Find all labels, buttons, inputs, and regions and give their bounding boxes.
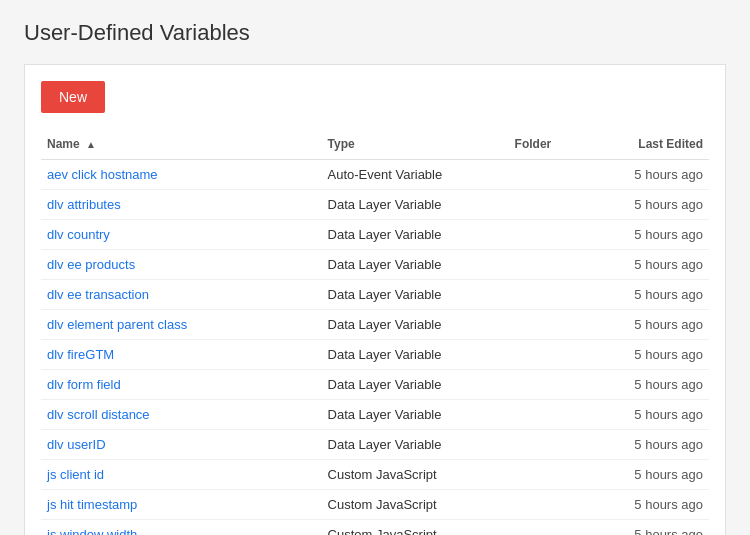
row-type-cell: Custom JavaScript [322, 460, 509, 490]
row-type-cell: Data Layer Variable [322, 280, 509, 310]
row-name-cell: dlv form field [41, 370, 322, 400]
variable-link[interactable]: dlv ee products [47, 257, 135, 272]
variable-link[interactable]: dlv ee transaction [47, 287, 149, 302]
row-name-cell: aev click hostname [41, 160, 322, 190]
row-name-cell: dlv country [41, 220, 322, 250]
table-row: dlv ee transactionData Layer Variable5 h… [41, 280, 709, 310]
table-body: aev click hostnameAuto-Event Variable5 h… [41, 160, 709, 536]
variable-link[interactable]: dlv userID [47, 437, 106, 452]
variable-link[interactable]: aev click hostname [47, 167, 158, 182]
row-type-cell: Data Layer Variable [322, 370, 509, 400]
table-row: dlv element parent classData Layer Varia… [41, 310, 709, 340]
row-folder-cell [509, 490, 616, 520]
row-type-cell: Data Layer Variable [322, 400, 509, 430]
row-type-cell: Data Layer Variable [322, 430, 509, 460]
variable-link[interactable]: dlv fireGTM [47, 347, 114, 362]
row-folder-cell [509, 340, 616, 370]
row-folder-cell [509, 280, 616, 310]
row-folder-cell [509, 190, 616, 220]
row-type-cell: Auto-Event Variable [322, 160, 509, 190]
new-button[interactable]: New [41, 81, 105, 113]
row-name-cell: dlv userID [41, 430, 322, 460]
row-last-edited-cell: 5 hours ago [615, 310, 709, 340]
row-name-cell: dlv ee transaction [41, 280, 322, 310]
table-row: js window widthCustom JavaScript5 hours … [41, 520, 709, 536]
row-type-cell: Data Layer Variable [322, 310, 509, 340]
row-last-edited-cell: 5 hours ago [615, 190, 709, 220]
row-last-edited-cell: 5 hours ago [615, 490, 709, 520]
table-row: dlv fireGTMData Layer Variable5 hours ag… [41, 340, 709, 370]
row-name-cell: js client id [41, 460, 322, 490]
variable-link[interactable]: dlv element parent class [47, 317, 187, 332]
variable-link[interactable]: dlv country [47, 227, 110, 242]
page-container: User-Defined Variables New Name ▲ Type F… [0, 0, 750, 535]
row-name-cell: js hit timestamp [41, 490, 322, 520]
table-row: dlv ee productsData Layer Variable5 hour… [41, 250, 709, 280]
table-row: dlv attributesData Layer Variable5 hours… [41, 190, 709, 220]
row-name-cell: dlv element parent class [41, 310, 322, 340]
row-type-cell: Data Layer Variable [322, 250, 509, 280]
row-type-cell: Data Layer Variable [322, 220, 509, 250]
row-last-edited-cell: 5 hours ago [615, 460, 709, 490]
row-name-cell: dlv attributes [41, 190, 322, 220]
table-row: js hit timestampCustom JavaScript5 hours… [41, 490, 709, 520]
table-header-row: Name ▲ Type Folder Last Edited [41, 129, 709, 160]
row-type-cell: Data Layer Variable [322, 340, 509, 370]
row-type-cell: Custom JavaScript [322, 490, 509, 520]
variables-table: Name ▲ Type Folder Last Edited aev click… [41, 129, 709, 535]
row-folder-cell [509, 520, 616, 536]
row-name-cell: dlv ee products [41, 250, 322, 280]
column-header-last-edited: Last Edited [615, 129, 709, 160]
variable-link[interactable]: dlv form field [47, 377, 121, 392]
variable-link[interactable]: dlv attributes [47, 197, 121, 212]
table-row: dlv scroll distanceData Layer Variable5 … [41, 400, 709, 430]
row-last-edited-cell: 5 hours ago [615, 430, 709, 460]
row-name-cell: js window width [41, 520, 322, 536]
sort-arrow-icon: ▲ [86, 139, 96, 150]
row-last-edited-cell: 5 hours ago [615, 340, 709, 370]
row-folder-cell [509, 430, 616, 460]
table-row: js client idCustom JavaScript5 hours ago [41, 460, 709, 490]
column-header-type: Type [322, 129, 509, 160]
variable-link[interactable]: dlv scroll distance [47, 407, 150, 422]
row-last-edited-cell: 5 hours ago [615, 220, 709, 250]
row-type-cell: Custom JavaScript [322, 520, 509, 536]
content-panel: New Name ▲ Type Folder Last Edited aev c… [24, 64, 726, 535]
row-folder-cell [509, 160, 616, 190]
page-title: User-Defined Variables [24, 20, 726, 46]
row-folder-cell [509, 220, 616, 250]
row-last-edited-cell: 5 hours ago [615, 520, 709, 536]
row-name-cell: dlv fireGTM [41, 340, 322, 370]
variable-link[interactable]: js hit timestamp [47, 497, 137, 512]
row-folder-cell [509, 310, 616, 340]
row-folder-cell [509, 460, 616, 490]
row-last-edited-cell: 5 hours ago [615, 400, 709, 430]
column-header-name[interactable]: Name ▲ [41, 129, 322, 160]
row-last-edited-cell: 5 hours ago [615, 250, 709, 280]
table-row: dlv countryData Layer Variable5 hours ag… [41, 220, 709, 250]
row-folder-cell [509, 400, 616, 430]
table-row: dlv form fieldData Layer Variable5 hours… [41, 370, 709, 400]
row-name-cell: dlv scroll distance [41, 400, 322, 430]
row-last-edited-cell: 5 hours ago [615, 160, 709, 190]
column-header-folder: Folder [509, 129, 616, 160]
row-last-edited-cell: 5 hours ago [615, 370, 709, 400]
row-folder-cell [509, 250, 616, 280]
table-row: dlv userIDData Layer Variable5 hours ago [41, 430, 709, 460]
table-row: aev click hostnameAuto-Event Variable5 h… [41, 160, 709, 190]
row-last-edited-cell: 5 hours ago [615, 280, 709, 310]
variable-link[interactable]: js client id [47, 467, 104, 482]
variable-link[interactable]: js window width [47, 527, 137, 535]
row-type-cell: Data Layer Variable [322, 190, 509, 220]
row-folder-cell [509, 370, 616, 400]
